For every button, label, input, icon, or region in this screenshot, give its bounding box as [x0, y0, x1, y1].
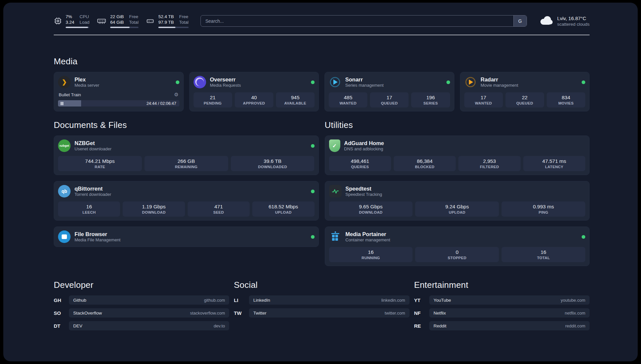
gear-icon[interactable]: ⚙: [174, 92, 178, 98]
bookmark-abbr: GH: [54, 297, 69, 303]
stat-value: 485: [344, 95, 352, 101]
disk-free: 52.4 TB: [158, 14, 174, 19]
stat-label: WANTED: [475, 101, 492, 105]
stat-value: 0: [456, 249, 459, 255]
cpu-label-2: Load: [79, 19, 89, 25]
section-heading-developer: Developer: [54, 280, 229, 290]
status-dot: [311, 235, 315, 239]
app-subtitle: Speedtest Tracking: [346, 192, 382, 197]
ram-bar: [110, 27, 138, 28]
stat-available: 945 AVAILABLE: [276, 92, 315, 107]
stat-remaining: 266 GB REMAINING: [144, 156, 228, 171]
stat-label: QUERIES: [351, 165, 369, 169]
app-title: Plex: [75, 76, 99, 83]
cpu-usage: 7%: [66, 14, 74, 19]
bookmark-reddit[interactable]: RE Reddit reddit.com: [414, 321, 590, 330]
adguard-card[interactable]: ✓ AdGuard Home DNS and adblocking 498,46…: [325, 136, 590, 175]
disk-label-2: Total: [179, 19, 189, 25]
stat-queries: 498,461 QUERIES: [329, 156, 391, 171]
overseerr-titles: Overseerr Media Requests: [210, 76, 241, 88]
plex-icon: ❯: [58, 76, 71, 88]
stat-value: 47.571 ms: [542, 158, 566, 164]
bookmark-url: twitter.com: [385, 311, 405, 316]
cpu-metric: 7% 3.24 CPU Load: [54, 14, 89, 28]
search-engine-button[interactable]: G: [513, 15, 527, 26]
bookmark-twitter[interactable]: TW Twitter twitter.com: [234, 308, 409, 318]
bookmark-youtube[interactable]: YT YouTube youtube.com: [414, 295, 590, 305]
app-subtitle: Media server: [75, 83, 99, 88]
speedtest-card[interactable]: Speedtest Speedtest Tracking 9.65 Gbps D…: [325, 181, 590, 221]
status-dot: [311, 190, 315, 193]
stat-label: PENDING: [204, 101, 222, 105]
stat-rate: 744.21 Mbps RATE: [58, 156, 142, 171]
app-subtitle: Torrent downloader: [75, 192, 111, 197]
stat-label: SERIES: [423, 101, 438, 105]
stat-latency: 47.571 ms LATENCY: [523, 156, 585, 171]
sonarr-titles: Sonarr Series management: [345, 76, 383, 88]
app-subtitle: DNS and adblocking: [344, 146, 384, 152]
bookmark-netflix[interactable]: NF Netflix netflix.com: [414, 308, 590, 318]
stat-label: APPROVED: [243, 101, 265, 105]
stat-value: 86,384: [417, 158, 432, 164]
search-input[interactable]: [201, 15, 513, 26]
qbittorrent-card[interactable]: qb qBittorrent Torrent downloader 16 LEE…: [54, 181, 319, 221]
documents-column: Documents & Files nzbget NZBGet Usenet d…: [54, 120, 319, 247]
bookmark-stackoverflow[interactable]: SO StackOverflow stackoverflow.com: [54, 308, 229, 318]
nzbget-icon: nzbget: [58, 139, 71, 152]
stat-label: DOWNLOAD: [359, 210, 382, 214]
app-title: qBittorrent: [75, 185, 111, 192]
filebrowser-card[interactable]: File Browser Media File Management: [54, 227, 319, 247]
app-subtitle: Container management: [346, 237, 390, 243]
stat-running: 16 RUNNING: [329, 247, 413, 262]
radarr-card[interactable]: Radarr Movie management 17 WANTED 22 QUE…: [460, 72, 590, 111]
cpu-bar: [66, 27, 89, 28]
stat-label: RATE: [95, 165, 105, 169]
stat-label: LEECH: [82, 210, 96, 214]
status-dot: [582, 80, 585, 84]
weather-location: Lviv, 16.87°C: [557, 15, 590, 21]
speedtest-titles: Speedtest Speedtest Tracking: [346, 185, 382, 197]
stat-download: 1.19 Gbps DOWNLOAD: [123, 201, 185, 217]
stat-downloaded: 39.6 TB DOWNLOADED: [231, 156, 315, 171]
section-heading-documents: Documents & Files: [54, 120, 319, 130]
disk-total: 97.9 TB: [158, 19, 174, 25]
dashboard: 7% 3.24 CPU Load: [3, 3, 638, 361]
stat-label: REMAINING: [175, 165, 198, 169]
stat-wanted: 485 WANTED: [329, 92, 367, 107]
bookmark-abbr: SO: [54, 310, 69, 316]
entertainment-bookmarks: Entertainment YT YouTube youtube.com NF …: [414, 280, 590, 334]
app-subtitle: Media File Management: [75, 237, 120, 243]
stat-value: 16: [368, 249, 374, 255]
plex-card[interactable]: ❯ Plex Media server Bullet Train ⚙ 24:44…: [54, 72, 184, 111]
section-heading-media: Media: [54, 56, 590, 67]
playback-progress-bar[interactable]: 24:44 / 02:06:47: [58, 100, 179, 106]
nzbget-card[interactable]: nzbget NZBGet Usenet downloader 744.21 M…: [54, 136, 319, 175]
qbittorrent-titles: qBittorrent Torrent downloader: [75, 185, 111, 197]
radarr-icon: [464, 76, 477, 88]
stat-movies: 834 MOVIES: [547, 92, 585, 107]
media-row: ❯ Plex Media server Bullet Train ⚙ 24:44…: [54, 72, 590, 111]
radarr-titles: Radarr Movie management: [481, 76, 518, 88]
bookmark-github[interactable]: GH Github github.com: [54, 295, 229, 305]
disk-label-1: Free: [179, 14, 189, 19]
app-title: Speedtest: [346, 185, 382, 192]
bookmark-linkedin[interactable]: LI LinkedIn linkedin.com: [234, 295, 409, 305]
overseerr-card[interactable]: Overseerr Media Requests 21 PENDING 40 A…: [189, 72, 319, 111]
disk-bar: [158, 27, 189, 28]
social-bookmarks: Social LI LinkedIn linkedin.com TW Twitt…: [234, 280, 409, 321]
filebrowser-icon: [58, 230, 71, 243]
app-title: NZBGet: [75, 140, 111, 146]
stat-value: 9.24 Gbps: [445, 204, 469, 210]
stat-blocked: 86,384 BLOCKED: [394, 156, 456, 171]
bookmark-url: linkedin.com: [381, 298, 405, 303]
stat-total: 16 TOTAL: [502, 247, 585, 262]
bookmark-name: LinkedIn: [253, 298, 270, 303]
sonarr-card[interactable]: Sonarr Series management 485 WANTED 17 Q…: [324, 72, 454, 111]
stat-pending: 21 PENDING: [194, 92, 232, 107]
stat-upload: 9.24 Gbps UPLOAD: [415, 201, 499, 217]
weather-widget: Lviv, 16.87°C scattered clouds: [539, 15, 590, 27]
bookmark-dev[interactable]: DT DEV dev.to: [54, 321, 229, 330]
app-subtitle: Series management: [345, 83, 383, 88]
pause-button[interactable]: [61, 102, 63, 105]
portainer-card[interactable]: Media Portainer Container management 16 …: [325, 227, 590, 266]
